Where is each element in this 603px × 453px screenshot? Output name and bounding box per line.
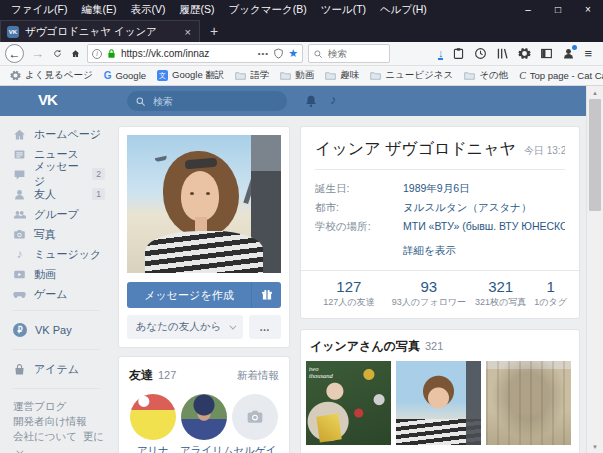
photo-thumbnail-selfie[interactable] bbox=[396, 361, 481, 445]
account-icon[interactable] bbox=[562, 47, 575, 60]
profile-more-button[interactable]: … bbox=[249, 315, 281, 339]
friend-name[interactable]: セルゲイ bbox=[231, 444, 279, 453]
friends-title[interactable]: 友達 bbox=[129, 367, 153, 384]
browser-search-box[interactable] bbox=[308, 44, 390, 63]
sidebar-item-home[interactable]: ホームページ bbox=[0, 124, 112, 144]
city-link[interactable]: ヌルスルタン（アスタナ） bbox=[403, 198, 531, 217]
google-icon: G bbox=[104, 70, 112, 81]
vk-logo[interactable]: VK bbox=[38, 91, 57, 108]
footer-link-blog[interactable]: 運営ブログ bbox=[13, 399, 112, 414]
page-scrollbar[interactable]: ▲ ▼ bbox=[586, 86, 603, 453]
friend-item[interactable]: アリナ bbox=[129, 394, 177, 453]
menu-edit[interactable]: 編集(E) bbox=[74, 3, 123, 17]
sidebar-item-market[interactable]: アイテム bbox=[0, 356, 112, 382]
sidebar-label: メッセージ bbox=[34, 159, 84, 189]
divider bbox=[315, 169, 565, 170]
menu-hamburger-icon[interactable]: ≡ bbox=[584, 46, 592, 61]
sidebar-item-video[interactable]: 動画 bbox=[0, 264, 112, 284]
friend-name[interactable]: アリナ bbox=[129, 444, 177, 453]
bookmark-google[interactable]: G Google bbox=[99, 70, 151, 81]
sidebar-item-groups[interactable]: グループ bbox=[0, 204, 112, 224]
url-text[interactable]: https://vk.com/innaz bbox=[121, 48, 254, 59]
menu-help[interactable]: ヘルプ(H) bbox=[373, 3, 434, 17]
friend-item[interactable]: セルゲイ bbox=[231, 394, 279, 453]
bookmark-folder-newbusiness[interactable]: ニュービジネス bbox=[365, 69, 458, 82]
bell-icon[interactable] bbox=[304, 94, 318, 108]
stat-followers[interactable]: 93 93人のフォロワー bbox=[391, 278, 467, 309]
scroll-down-arrow[interactable]: ▼ bbox=[587, 440, 603, 453]
stat-tags[interactable]: 1 1のタグ bbox=[534, 278, 567, 309]
footer-link-about[interactable]: 会社について 更に bbox=[13, 429, 112, 453]
forward-button[interactable]: → bbox=[29, 47, 46, 60]
browser-search-input[interactable] bbox=[326, 47, 376, 60]
pocket-shield-icon[interactable] bbox=[273, 48, 284, 59]
back-button[interactable]: ← bbox=[5, 44, 24, 63]
sidebar-item-photos[interactable]: 写真 bbox=[0, 224, 112, 244]
photos-title[interactable]: イッンアさんの写真 bbox=[310, 338, 420, 355]
page-actions-icon[interactable]: ••• bbox=[258, 49, 269, 58]
avatar[interactable] bbox=[130, 394, 176, 440]
maximize-button[interactable]: □ bbox=[543, 0, 573, 19]
stat-value: 1 bbox=[534, 278, 567, 295]
sidebar-toggle-icon[interactable] bbox=[540, 47, 553, 60]
vk-search-input[interactable] bbox=[151, 95, 261, 108]
show-details-link[interactable]: 詳細を表示 bbox=[403, 244, 565, 258]
scroll-up-arrow[interactable]: ▲ bbox=[587, 86, 603, 99]
home-icon[interactable] bbox=[69, 47, 82, 60]
sidebar-item-music[interactable]: ♪ ミュージック bbox=[0, 244, 112, 264]
tab-vk-profile[interactable]: VK ザヴゴロドニャヤ イッンア × bbox=[0, 20, 200, 42]
sidebar-item-messages[interactable]: メッセージ 2 bbox=[0, 164, 112, 184]
sidebar-item-vkpay[interactable]: ₽ VK Pay bbox=[0, 317, 112, 343]
site-info-icon[interactable]: i bbox=[92, 49, 102, 59]
friends-updates-link[interactable]: 新着情報 bbox=[237, 369, 279, 383]
sidebar-item-games[interactable]: ゲーム bbox=[0, 284, 112, 304]
minimize-button[interactable]: – bbox=[513, 0, 543, 19]
friends-badge: 1 bbox=[92, 188, 105, 200]
bookmark-folder-other[interactable]: その他 bbox=[459, 69, 513, 82]
close-button[interactable]: × bbox=[573, 0, 603, 19]
friend-status-button[interactable]: あなたの友人から bbox=[127, 315, 243, 339]
gear-icon[interactable] bbox=[518, 47, 531, 60]
menu-bookmarks[interactable]: ブックマーク(B) bbox=[221, 3, 313, 17]
birthday-link[interactable]: 1989年9月6日 bbox=[403, 179, 470, 198]
bookmark-google-translate[interactable]: 文 Google 翻訳 bbox=[152, 69, 229, 82]
stat-friends[interactable]: 127 127人の友達 bbox=[307, 278, 391, 309]
friend-item[interactable]: アライリム bbox=[180, 394, 228, 453]
photo-thumbnail-stone-facade[interactable] bbox=[486, 361, 571, 445]
bookmark-folder-hobby[interactable]: 趣味 bbox=[320, 69, 364, 82]
bookmark-label: 動画 bbox=[295, 69, 314, 82]
menu-view[interactable]: 表示(V) bbox=[123, 3, 172, 17]
avatar[interactable] bbox=[181, 394, 227, 440]
url-bar[interactable]: i https://vk.com/innaz ••• ★ bbox=[87, 44, 303, 63]
mural-glider-shape bbox=[155, 156, 168, 162]
history-clock-icon[interactable] bbox=[474, 47, 487, 60]
bookmark-cat-care[interactable]: C Top page - Cat Care bbox=[514, 70, 603, 81]
clipboard-icon[interactable] bbox=[452, 47, 465, 60]
menu-tools[interactable]: ツール(T) bbox=[314, 3, 373, 17]
bookmark-folder-videos[interactable]: 動画 bbox=[275, 69, 319, 82]
send-message-button[interactable]: メッセージを作成 bbox=[127, 282, 281, 308]
friend-name[interactable]: アライリム bbox=[180, 444, 228, 453]
new-tab-button[interactable]: + bbox=[200, 20, 228, 42]
library-icon[interactable] bbox=[496, 47, 509, 60]
footer-more-label[interactable]: 更に bbox=[83, 430, 104, 442]
bookmark-most-visited[interactable]: よく見るページ bbox=[5, 69, 98, 82]
scrollbar-thumb[interactable] bbox=[589, 99, 601, 211]
gold-gift-shape bbox=[316, 414, 341, 443]
menu-file[interactable]: ファイル(F) bbox=[4, 3, 74, 17]
tab-close-icon[interactable]: × bbox=[183, 26, 193, 38]
vk-search-box[interactable] bbox=[127, 91, 287, 111]
avatar[interactable] bbox=[232, 394, 278, 440]
bookmark-folder-languages[interactable]: 語学 bbox=[230, 69, 274, 82]
menu-history[interactable]: 履歴(S) bbox=[172, 3, 221, 17]
stat-photos[interactable]: 321 321枚の写真 bbox=[467, 278, 534, 309]
download-icon[interactable]: ↓ bbox=[438, 48, 444, 60]
reload-icon[interactable] bbox=[51, 47, 64, 60]
photo-thumbnail-christmas[interactable]: two thousand bbox=[306, 361, 391, 445]
music-note-icon[interactable]: ♪ bbox=[330, 92, 337, 107]
bookmark-star-icon[interactable]: ★ bbox=[288, 47, 298, 60]
profile-photo[interactable] bbox=[127, 135, 281, 273]
school-link[interactable]: МТИ «ВТУ» (бывш. ВТУ ЮНЕСКО) '19 bbox=[403, 217, 565, 236]
gift-button[interactable] bbox=[251, 282, 281, 308]
footer-link-developers[interactable]: 開発者向け情報 bbox=[13, 414, 112, 429]
